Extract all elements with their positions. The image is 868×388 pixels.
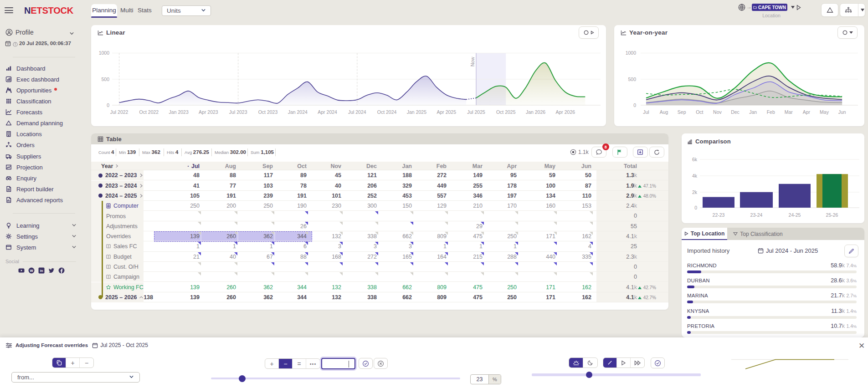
svg-text:Oct: Oct (696, 109, 703, 115)
svg-text:Apr: Apr (803, 109, 811, 115)
svg-text:Jun: Jun (838, 109, 846, 115)
svg-text:25-26: 25-26 (826, 212, 838, 218)
svg-text:23-24: 23-24 (750, 212, 763, 218)
svg-text:W: W (30, 269, 33, 273)
svg-text:19: 19 (7, 43, 10, 46)
svg-text:Jan: Jan (749, 109, 757, 115)
svg-text:22-23: 22-23 (713, 212, 725, 218)
svg-text:Mar: Mar (785, 109, 793, 115)
svg-text:May: May (820, 109, 829, 115)
svg-text:4k: 4k (692, 173, 698, 179)
svg-text:in: in (40, 269, 43, 273)
svg-text:Sep: Sep (678, 109, 686, 115)
svg-text:6k: 6k (692, 157, 698, 162)
svg-text:Nov: Nov (713, 109, 722, 115)
svg-text:0: 0 (694, 205, 697, 210)
svg-text:Dec: Dec (731, 109, 740, 115)
svg-text:24-25: 24-25 (789, 212, 801, 218)
svg-text:2k: 2k (692, 189, 698, 195)
svg-text:Feb: Feb (767, 109, 775, 115)
